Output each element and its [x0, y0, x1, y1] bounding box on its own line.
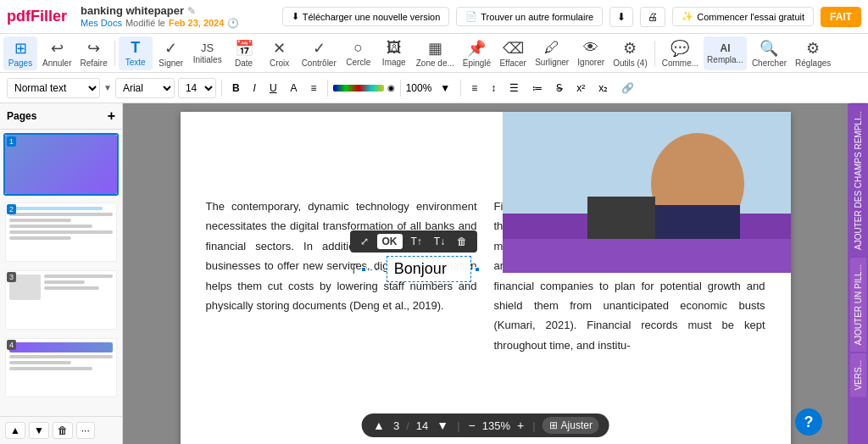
color-picker[interactable]: ◉ [333, 83, 395, 92]
cross-icon: ✕ [273, 39, 286, 58]
doc-title: banking whitepaper [81, 4, 184, 18]
right-tab-champs[interactable]: AJOUTER DES CHAMPS REMPLI... [850, 103, 866, 257]
page-thumb-4[interactable]: 4 [3, 336, 119, 399]
text-style-select[interactable]: Normal text [7, 78, 100, 98]
pages-title: Pages [7, 110, 36, 122]
zoom-plus-button[interactable]: + [515, 417, 526, 434]
erase-icon: ⌫ [503, 39, 524, 58]
text-box[interactable]: Bonjour [387, 256, 471, 282]
trial-icon: ✨ [682, 11, 693, 22]
text-content: Bonjour [394, 260, 447, 277]
fit-label: Ajuster [561, 419, 593, 431]
tool-signer[interactable]: ✓ Signer [154, 36, 188, 70]
tool-controler[interactable]: ✓ Contrôler [298, 36, 340, 70]
page-current: 3 [393, 419, 399, 432]
date-icon: 📅 [235, 39, 253, 58]
tool-croix[interactable]: ✕ Croix [263, 36, 297, 70]
tool-image[interactable]: 🖼 Image [377, 36, 411, 70]
bold-button[interactable]: B [227, 78, 245, 98]
telecharger-button[interactable]: ⬇ Télécharger une nouvelle version [282, 7, 450, 26]
circle-icon: ○ [353, 39, 363, 57]
move-handle[interactable]: ⤢ [357, 234, 372, 249]
page-num-4: 4 [7, 340, 16, 350]
page-thumb-3[interactable]: 3 [3, 269, 119, 331]
more-options-button[interactable]: ··· [76, 422, 95, 439]
download-new-icon: ⬇ [292, 11, 299, 22]
content-area: ⤢ OK T↑ T↓ 🗑 T - - - Bonjour [123, 103, 848, 444]
tool-surligner[interactable]: 🖊 Surligner [531, 36, 572, 70]
delete-page-button[interactable]: 🗑 [53, 422, 73, 439]
edit-icon[interactable]: ✎ [187, 5, 196, 17]
delete-text-button[interactable]: 🗑 [453, 234, 470, 249]
link-icon: 🔗 [621, 82, 634, 94]
essai-button[interactable]: ✨ Commencer l'essai gratuit [672, 7, 814, 26]
align-left-button[interactable]: ≡ [466, 78, 482, 98]
pin-icon: 📌 [467, 39, 486, 58]
page-down-button[interactable]: ▼ [29, 422, 49, 439]
page-up-button[interactable]: ▲ [5, 422, 25, 439]
right-tab-vers[interactable]: VERS... [850, 352, 866, 397]
tool-date[interactable]: 📅 Date [227, 36, 261, 70]
ok-button[interactable]: OK [377, 234, 403, 249]
find-form-icon: 📄 [465, 11, 477, 22]
subscript-button[interactable]: x₂ [593, 78, 613, 98]
bullet-list-button[interactable]: ☰ [504, 78, 524, 98]
fit-button[interactable]: ⊞ Ajuster [542, 417, 599, 434]
tool-refaire[interactable]: ↪ Refaire [76, 36, 110, 70]
right-tab-pil[interactable]: AJOUTER UN PILL... [850, 257, 866, 352]
check-icon: ✓ [313, 39, 326, 58]
mes-docs-link[interactable]: Mes Docs [81, 18, 122, 29]
tool-effacer[interactable]: ⌫ Effacer [496, 36, 530, 70]
font-select[interactable]: Arial [115, 78, 175, 98]
page-preview-4 [5, 338, 117, 397]
tool-pages[interactable]: ⊞ Pages [3, 36, 37, 70]
line-spacing-button[interactable]: ↕ [486, 78, 501, 98]
prev-page-button[interactable]: ▲ [371, 417, 387, 434]
sidebar: Pages + 1 2 [0, 103, 123, 444]
print-button[interactable]: 🖨 [640, 7, 665, 27]
tool-annuler[interactable]: ↩ Annuler [39, 36, 75, 70]
thumb-line [9, 207, 103, 210]
fait-button[interactable]: FAIT [821, 7, 861, 27]
tool-texte[interactable]: T Texte [119, 36, 153, 70]
page-thumb-2[interactable]: 2 [3, 201, 119, 264]
font-color-button[interactable]: A [286, 78, 303, 98]
tool-rempla[interactable]: AI Rempla... [704, 36, 747, 70]
thumb-line [9, 355, 113, 358]
page-thumb-1[interactable]: 1 [3, 133, 119, 196]
zoom-minus-button[interactable]: − [467, 417, 477, 434]
strikethrough-button[interactable]: S̶ [551, 78, 568, 98]
trouver-button[interactable]: 📄 Trouver un autre formulaire [456, 7, 603, 26]
page-separator: / [406, 419, 409, 432]
zoom-dropdown-button[interactable]: ▼ [435, 78, 455, 98]
toolbar: ⊞ Pages ↩ Annuler ↪ Refaire T Texte ✓ Si… [0, 34, 868, 73]
underline-button[interactable]: U [264, 78, 282, 98]
tool-ignorer[interactable]: 👁 Ignorer [574, 36, 608, 70]
svg-rect-5 [503, 239, 791, 273]
tool-comme[interactable]: 💬 Comme... [659, 36, 702, 70]
superscript-button[interactable]: x² [571, 78, 590, 98]
chevron-icon: ▼ [440, 82, 450, 94]
help-button[interactable]: ? [795, 408, 822, 436]
thumb-line [9, 230, 113, 234]
text-type-indicator: T [350, 262, 359, 277]
tool-epingle[interactable]: 📌 Épinglé [459, 36, 494, 70]
numbered-icon: ≔ [532, 82, 542, 94]
tool-cercle[interactable]: ○ Cercle [342, 36, 376, 70]
page-total: 14 [416, 419, 428, 432]
numbered-list-button[interactable]: ≔ [527, 78, 548, 98]
grow-down-button[interactable]: T↓ [431, 234, 448, 249]
tool-chercher[interactable]: 🔍 Chercher [748, 36, 790, 70]
next-page-button[interactable]: ▼ [435, 417, 450, 434]
font-size-select[interactable]: 14 [178, 78, 216, 98]
tool-reglages[interactable]: ⚙ Réglages [792, 36, 834, 70]
italic-button[interactable]: I [248, 78, 261, 98]
tool-outils[interactable]: ⚙ Outils (4) [609, 36, 651, 70]
download-button[interactable]: ⬇ [609, 7, 633, 27]
tool-zone[interactable]: ▦ Zone de... [413, 36, 458, 70]
add-page-icon[interactable]: + [108, 108, 115, 124]
link-button[interactable]: 🔗 [616, 78, 639, 98]
grow-up-button[interactable]: T↑ [408, 234, 426, 249]
tool-initiales[interactable]: JS Initiales [190, 36, 225, 70]
text-align-button[interactable]: ≡ [306, 78, 322, 98]
